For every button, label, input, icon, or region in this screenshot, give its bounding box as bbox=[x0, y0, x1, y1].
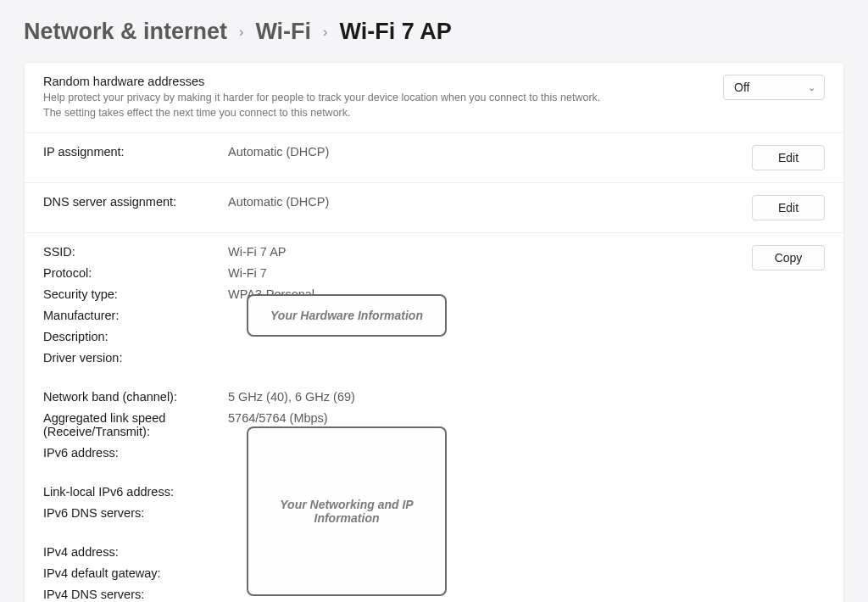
random-hw-title: Random hardware addresses bbox=[43, 75, 706, 88]
chevron-right-icon: › bbox=[323, 25, 327, 40]
dns-assignment-label: DNS server assignment: bbox=[43, 195, 228, 209]
breadcrumb: Network & internet › Wi-Fi › Wi-Fi 7 AP bbox=[0, 0, 868, 62]
link-speed-value: 5764/5764 (Mbps) bbox=[228, 411, 735, 425]
chevron-right-icon: › bbox=[239, 25, 243, 40]
ip-assignment-value: Automatic (DHCP) bbox=[228, 145, 735, 159]
description-label: Description: bbox=[43, 330, 228, 343]
ip-assignment-label: IP assignment: bbox=[43, 145, 228, 159]
breadcrumb-current: Wi-Fi 7 AP bbox=[339, 19, 451, 45]
ipv4-dns-label: IPv4 DNS servers: bbox=[43, 588, 228, 601]
ip-assignment-row: IP assignment: Automatic (DHCP) Edit bbox=[25, 133, 843, 183]
random-hw-value: Off bbox=[734, 81, 749, 94]
settings-panel: Random hardware addresses Help protect y… bbox=[24, 62, 844, 602]
security-value: WPA3-Personal bbox=[228, 287, 735, 301]
protocol-value: Wi-Fi 7 bbox=[228, 266, 735, 280]
link-local-ipv6-label: Link-local IPv6 address: bbox=[43, 485, 228, 499]
ipv4-gateway-label: IPv4 default gateway: bbox=[43, 566, 228, 580]
link-speed-label: Aggregated link speed (Receive/Transmit)… bbox=[43, 411, 228, 438]
random-hw-dropdown[interactable]: Off ⌄ bbox=[723, 75, 825, 100]
protocol-label: Protocol: bbox=[43, 266, 228, 280]
random-hw-desc: Help protect your privacy by making it h… bbox=[43, 91, 620, 120]
network-band-label: Network band (channel): bbox=[43, 390, 228, 404]
manufacturer-label: Manufacturer: bbox=[43, 309, 228, 322]
ipv4-address-label: IPv4 address: bbox=[43, 545, 228, 559]
random-hardware-addresses-row: Random hardware addresses Help protect y… bbox=[25, 63, 843, 133]
breadcrumb-network[interactable]: Network & internet bbox=[24, 19, 227, 45]
copy-button[interactable]: Copy bbox=[752, 245, 825, 270]
ipv6-address-label: IPv6 address: bbox=[43, 446, 228, 460]
dns-assignment-value: Automatic (DHCP) bbox=[228, 195, 735, 209]
ssid-label: SSID: bbox=[43, 245, 228, 259]
ssid-value: Wi-Fi 7 AP bbox=[228, 245, 735, 259]
network-band-value: 5 GHz (40), 6 GHz (69) bbox=[228, 390, 735, 404]
security-label: Security type: bbox=[43, 287, 228, 301]
chevron-down-icon: ⌄ bbox=[808, 82, 815, 93]
dns-assignment-edit-button[interactable]: Edit bbox=[752, 195, 825, 220]
network-details-section: SSID: Wi-Fi 7 AP Protocol: Wi-Fi 7 Secur… bbox=[25, 233, 843, 602]
driver-version-label: Driver version: bbox=[43, 351, 228, 365]
ipv6-dns-label: IPv6 DNS servers: bbox=[43, 506, 228, 520]
ip-assignment-edit-button[interactable]: Edit bbox=[752, 145, 825, 170]
breadcrumb-wifi[interactable]: Wi-Fi bbox=[255, 19, 311, 45]
dns-assignment-row: DNS server assignment: Automatic (DHCP) … bbox=[25, 183, 843, 233]
